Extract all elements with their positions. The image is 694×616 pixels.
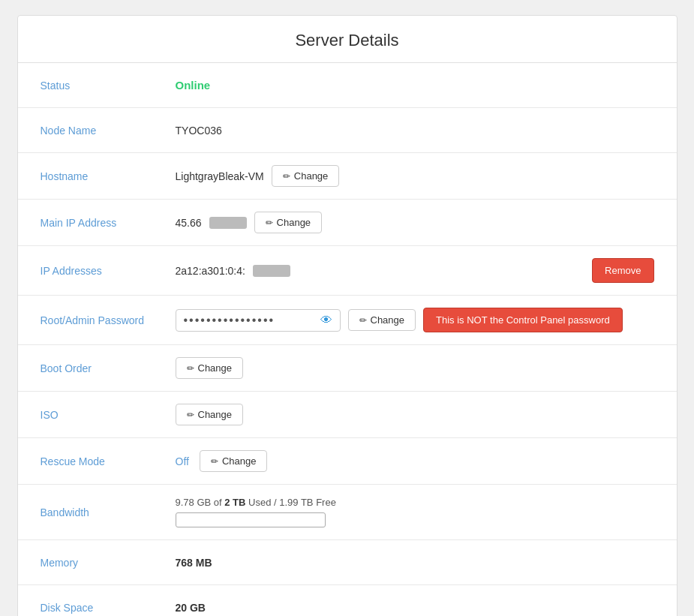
pencil-icon <box>187 362 194 374</box>
rescue-mode-label: Rescue Mode <box>41 455 176 467</box>
eye-icon[interactable]: 👁 <box>320 314 332 327</box>
password-field: •••••••••••••••• 👁 <box>176 309 341 332</box>
hostname-text: LightgrayBleak-VM <box>176 170 264 182</box>
disk-space-row: Disk Space 20 GB <box>18 585 677 616</box>
ip-prefix-text: 45.66 <box>176 217 202 229</box>
boot-order-value-container: Change <box>176 357 654 379</box>
rescue-mode-value-container: Off Change <box>176 450 654 472</box>
bandwidth-progress-bar <box>176 512 326 527</box>
ip-addresses-row: IP Addresses 2a12:a301:0:4: Remove <box>18 246 677 296</box>
bandwidth-label: Bandwidth <box>41 506 176 518</box>
hostname-change-button[interactable]: Change <box>272 165 340 187</box>
memory-label: Memory <box>41 557 176 569</box>
bandwidth-progress-fill <box>176 513 177 527</box>
node-label: Node Name <box>41 125 176 137</box>
iso-row: ISO Change <box>18 392 677 438</box>
boot-order-label: Boot Order <box>41 362 176 374</box>
not-control-panel-notice: This is NOT the Control Panel password <box>423 308 623 332</box>
ipv6-blurred <box>253 265 290 277</box>
pencil-icon <box>211 455 218 467</box>
ip-addresses-value-container: 2a12:a301:0:4: <box>176 265 593 277</box>
boot-order-change-label: Change <box>198 362 233 374</box>
boot-order-row: Boot Order Change <box>18 345 677 392</box>
memory-row: Memory 768 MB <box>18 540 677 585</box>
pencil-icon <box>187 409 194 420</box>
disk-space-value-container: 20 GB <box>176 602 654 614</box>
bandwidth-value-container: 9.78 GB of 2 TB Used / 1.99 TB Free <box>176 497 654 527</box>
pencil-icon <box>266 217 273 228</box>
status-online-badge: Online <box>176 79 211 92</box>
ip-remove-button[interactable]: Remove <box>592 258 653 283</box>
pencil-icon <box>359 314 367 326</box>
iso-change-button[interactable]: Change <box>176 404 244 425</box>
password-row: Root/Admin Password •••••••••••••••• 👁 C… <box>18 296 677 345</box>
hostname-value-container: LightgrayBleak-VM Change <box>176 165 654 187</box>
server-details-panel: Server Details Status Online Node Name T… <box>17 15 677 616</box>
disk-space-label: Disk Space <box>41 602 176 614</box>
bandwidth-text: 9.78 GB of 2 TB Used / 1.99 TB Free <box>176 497 336 508</box>
bandwidth-wrapper: 9.78 GB of 2 TB Used / 1.99 TB Free <box>176 497 336 527</box>
iso-change-label: Change <box>198 409 233 420</box>
hostname-row: Hostname LightgrayBleak-VM Change <box>18 153 677 200</box>
password-change-label: Change <box>371 314 405 326</box>
disk-space-value: 20 GB <box>176 602 206 614</box>
password-change-button[interactable]: Change <box>348 309 416 331</box>
bandwidth-total: 2 TB <box>224 497 245 508</box>
ip-change-button[interactable]: Change <box>254 212 323 233</box>
hostname-label: Hostname <box>41 170 176 182</box>
memory-value-container: 768 MB <box>176 557 654 569</box>
rescue-change-label: Change <box>222 455 257 467</box>
ip-addresses-label: IP Addresses <box>41 265 176 277</box>
ipv6-prefix-text: 2a12:a301:0:4: <box>176 265 245 277</box>
bandwidth-prefix: 9.78 GB of <box>176 497 225 508</box>
ip-row: Main IP Address 45.66 Change <box>18 200 677 246</box>
hostname-change-label: Change <box>294 170 329 182</box>
status-label: Status <box>41 80 176 92</box>
not-control-panel-text: This is NOT the Control Panel password <box>436 314 610 326</box>
password-label: Root/Admin Password <box>41 314 176 326</box>
status-row: Status Online <box>18 63 677 108</box>
ip-blurred <box>209 217 247 229</box>
rescue-mode-row: Rescue Mode Off Change <box>18 438 677 485</box>
node-row: Node Name TYOC036 <box>18 108 677 153</box>
bandwidth-used: Used / 1.99 TB Free <box>245 497 335 508</box>
ip-label: Main IP Address <box>41 217 176 229</box>
bandwidth-row: Bandwidth 9.78 GB of 2 TB Used / 1.99 TB… <box>18 485 677 540</box>
status-value-container: Online <box>176 79 654 92</box>
page-title: Server Details <box>18 16 677 63</box>
boot-order-change-button[interactable]: Change <box>176 357 244 379</box>
ip-change-label: Change <box>277 217 311 228</box>
node-value: TYOC036 <box>176 125 654 137</box>
rescue-mode-change-button[interactable]: Change <box>200 450 268 472</box>
iso-value-container: Change <box>176 404 654 425</box>
iso-label: ISO <box>41 409 176 421</box>
node-name-text: TYOC036 <box>176 125 222 137</box>
password-dots: •••••••••••••••• <box>184 314 316 327</box>
memory-value: 768 MB <box>176 557 212 569</box>
ip-value-container: 45.66 Change <box>176 212 654 233</box>
pencil-icon <box>283 170 290 182</box>
password-value-container: •••••••••••••••• 👁 Change This is NOT th… <box>176 308 654 332</box>
rescue-mode-status: Off <box>176 455 189 467</box>
